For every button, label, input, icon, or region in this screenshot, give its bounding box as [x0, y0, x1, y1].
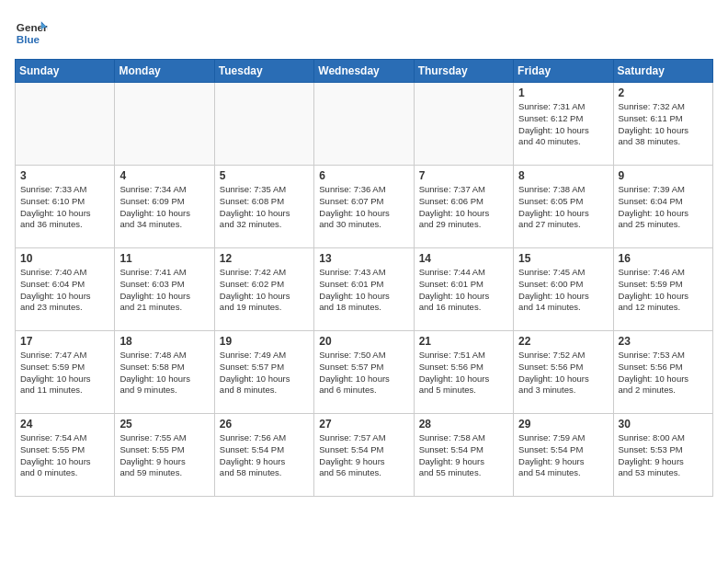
day-number: 30: [619, 418, 708, 431]
week-row-1: 1Sunrise: 7:31 AMSunset: 6:12 PMDaylight…: [16, 83, 713, 166]
day-cell: 22Sunrise: 7:52 AMSunset: 5:56 PMDayligh…: [514, 331, 613, 414]
day-cell: 5Sunrise: 7:35 AMSunset: 6:08 PMDaylight…: [214, 166, 313, 248]
day-number: 5: [220, 169, 309, 182]
day-cell: 3Sunrise: 7:33 AMSunset: 6:10 PMDaylight…: [16, 166, 115, 248]
day-info: Sunrise: 7:58 AMSunset: 5:54 PMDaylight:…: [419, 432, 508, 479]
day-number: 29: [518, 418, 608, 431]
day-info: Sunrise: 7:35 AMSunset: 6:08 PMDaylight:…: [220, 184, 309, 231]
weekday-friday: Friday: [514, 60, 613, 83]
day-info: Sunrise: 7:46 AMSunset: 5:59 PMDaylight:…: [619, 267, 708, 314]
day-cell: 25Sunrise: 7:55 AMSunset: 5:55 PMDayligh…: [115, 414, 214, 497]
day-cell: [16, 83, 115, 166]
day-cell: 17Sunrise: 7:47 AMSunset: 5:59 PMDayligh…: [16, 331, 115, 414]
day-info: Sunrise: 7:36 AMSunset: 6:07 PMDaylight:…: [319, 184, 408, 231]
day-info: Sunrise: 7:56 AMSunset: 5:54 PMDaylight:…: [220, 432, 309, 479]
day-info: Sunrise: 7:54 AMSunset: 5:55 PMDaylight:…: [20, 432, 109, 479]
day-cell: 19Sunrise: 7:49 AMSunset: 5:57 PMDayligh…: [214, 331, 313, 414]
weekday-thursday: Thursday: [414, 60, 513, 83]
day-number: 16: [619, 252, 708, 265]
week-row-3: 10Sunrise: 7:40 AMSunset: 6:04 PMDayligh…: [16, 248, 713, 331]
day-cell: 6Sunrise: 7:36 AMSunset: 6:07 PMDaylight…: [314, 166, 414, 248]
day-cell: 26Sunrise: 7:56 AMSunset: 5:54 PMDayligh…: [214, 414, 313, 497]
day-info: Sunrise: 7:43 AMSunset: 6:01 PMDaylight:…: [319, 267, 408, 314]
day-info: Sunrise: 7:55 AMSunset: 5:55 PMDaylight:…: [119, 432, 209, 479]
day-number: 2: [619, 86, 708, 99]
day-info: Sunrise: 7:38 AMSunset: 6:05 PMDaylight:…: [518, 184, 608, 231]
weekday-sunday: Sunday: [16, 60, 115, 83]
day-number: 8: [518, 169, 608, 182]
day-cell: 23Sunrise: 7:53 AMSunset: 5:56 PMDayligh…: [613, 331, 712, 414]
weekday-saturday: Saturday: [613, 60, 712, 83]
day-cell: 21Sunrise: 7:51 AMSunset: 5:56 PMDayligh…: [414, 331, 513, 414]
weekday-monday: Monday: [115, 60, 214, 83]
day-info: Sunrise: 7:40 AMSunset: 6:04 PMDaylight:…: [20, 267, 109, 314]
day-number: 20: [319, 335, 408, 348]
day-cell: [214, 83, 313, 166]
week-row-2: 3Sunrise: 7:33 AMSunset: 6:10 PMDaylight…: [16, 166, 713, 248]
day-cell: 10Sunrise: 7:40 AMSunset: 6:04 PMDayligh…: [16, 248, 115, 331]
weekday-header-row: SundayMondayTuesdayWednesdayThursdayFrid…: [16, 60, 713, 83]
day-cell: 24Sunrise: 7:54 AMSunset: 5:55 PMDayligh…: [16, 414, 115, 497]
day-number: 28: [419, 418, 508, 431]
day-cell: 1Sunrise: 7:31 AMSunset: 6:12 PMDaylight…: [514, 83, 613, 166]
weekday-wednesday: Wednesday: [314, 60, 414, 83]
day-info: Sunrise: 7:52 AMSunset: 5:56 PMDaylight:…: [518, 350, 608, 396]
week-row-4: 17Sunrise: 7:47 AMSunset: 5:59 PMDayligh…: [16, 331, 713, 414]
day-cell: 8Sunrise: 7:38 AMSunset: 6:05 PMDaylight…: [514, 166, 613, 248]
svg-text:Blue: Blue: [17, 33, 40, 45]
day-number: 23: [619, 335, 708, 348]
day-cell: 9Sunrise: 7:39 AMSunset: 6:04 PMDaylight…: [613, 166, 712, 248]
day-info: Sunrise: 7:47 AMSunset: 5:59 PMDaylight:…: [20, 350, 109, 396]
day-cell: 28Sunrise: 7:58 AMSunset: 5:54 PMDayligh…: [414, 414, 513, 497]
day-cell: 7Sunrise: 7:37 AMSunset: 6:06 PMDaylight…: [414, 166, 513, 248]
day-info: Sunrise: 7:33 AMSunset: 6:10 PMDaylight:…: [20, 184, 109, 231]
day-number: 18: [119, 335, 209, 348]
day-cell: 20Sunrise: 7:50 AMSunset: 5:57 PMDayligh…: [314, 331, 414, 414]
day-cell: 13Sunrise: 7:43 AMSunset: 6:01 PMDayligh…: [314, 248, 414, 331]
day-info: Sunrise: 7:31 AMSunset: 6:12 PMDaylight:…: [518, 101, 608, 148]
week-row-5: 24Sunrise: 7:54 AMSunset: 5:55 PMDayligh…: [16, 414, 713, 497]
day-number: 9: [619, 169, 708, 182]
day-info: Sunrise: 7:37 AMSunset: 6:06 PMDaylight:…: [419, 184, 508, 231]
day-number: 12: [220, 252, 309, 265]
logo-icon: General Blue: [15, 15, 48, 48]
logo: General Blue: [15, 15, 53, 48]
day-info: Sunrise: 7:50 AMSunset: 5:57 PMDaylight:…: [319, 350, 408, 396]
day-number: 7: [419, 169, 508, 182]
day-cell: 16Sunrise: 7:46 AMSunset: 5:59 PMDayligh…: [613, 248, 712, 331]
day-info: Sunrise: 7:39 AMSunset: 6:04 PMDaylight:…: [619, 184, 708, 231]
day-info: Sunrise: 7:42 AMSunset: 6:02 PMDaylight:…: [220, 267, 309, 314]
day-cell: [414, 83, 513, 166]
weekday-tuesday: Tuesday: [214, 60, 313, 83]
day-cell: 15Sunrise: 7:45 AMSunset: 6:00 PMDayligh…: [514, 248, 613, 331]
day-info: Sunrise: 7:59 AMSunset: 5:54 PMDaylight:…: [518, 432, 608, 479]
day-cell: [115, 83, 214, 166]
day-info: Sunrise: 8:00 AMSunset: 5:53 PMDaylight:…: [619, 432, 708, 479]
day-info: Sunrise: 7:48 AMSunset: 5:58 PMDaylight:…: [119, 350, 209, 396]
day-number: 11: [119, 252, 209, 265]
day-info: Sunrise: 7:32 AMSunset: 6:11 PMDaylight:…: [619, 101, 708, 148]
day-cell: 14Sunrise: 7:44 AMSunset: 6:01 PMDayligh…: [414, 248, 513, 331]
day-number: 3: [20, 169, 109, 182]
day-info: Sunrise: 7:51 AMSunset: 5:56 PMDaylight:…: [419, 350, 508, 396]
day-number: 24: [20, 418, 109, 431]
day-number: 15: [518, 252, 608, 265]
day-cell: 12Sunrise: 7:42 AMSunset: 6:02 PMDayligh…: [214, 248, 313, 331]
day-info: Sunrise: 7:45 AMSunset: 6:00 PMDaylight:…: [518, 267, 608, 314]
day-cell: 11Sunrise: 7:41 AMSunset: 6:03 PMDayligh…: [115, 248, 214, 331]
day-info: Sunrise: 7:49 AMSunset: 5:57 PMDaylight:…: [220, 350, 309, 396]
day-number: 14: [419, 252, 508, 265]
day-number: 6: [319, 169, 408, 182]
calendar-body: 1Sunrise: 7:31 AMSunset: 6:12 PMDaylight…: [16, 83, 713, 497]
day-cell: 30Sunrise: 8:00 AMSunset: 5:53 PMDayligh…: [613, 414, 712, 497]
day-number: 13: [319, 252, 408, 265]
day-info: Sunrise: 7:44 AMSunset: 6:01 PMDaylight:…: [419, 267, 508, 314]
day-cell: [314, 83, 414, 166]
day-info: Sunrise: 7:57 AMSunset: 5:54 PMDaylight:…: [319, 432, 408, 479]
day-number: 1: [518, 86, 608, 99]
day-number: 17: [20, 335, 109, 348]
day-info: Sunrise: 7:41 AMSunset: 6:03 PMDaylight:…: [119, 267, 209, 314]
day-number: 19: [220, 335, 309, 348]
day-number: 26: [220, 418, 309, 431]
day-cell: 4Sunrise: 7:34 AMSunset: 6:09 PMDaylight…: [115, 166, 214, 248]
